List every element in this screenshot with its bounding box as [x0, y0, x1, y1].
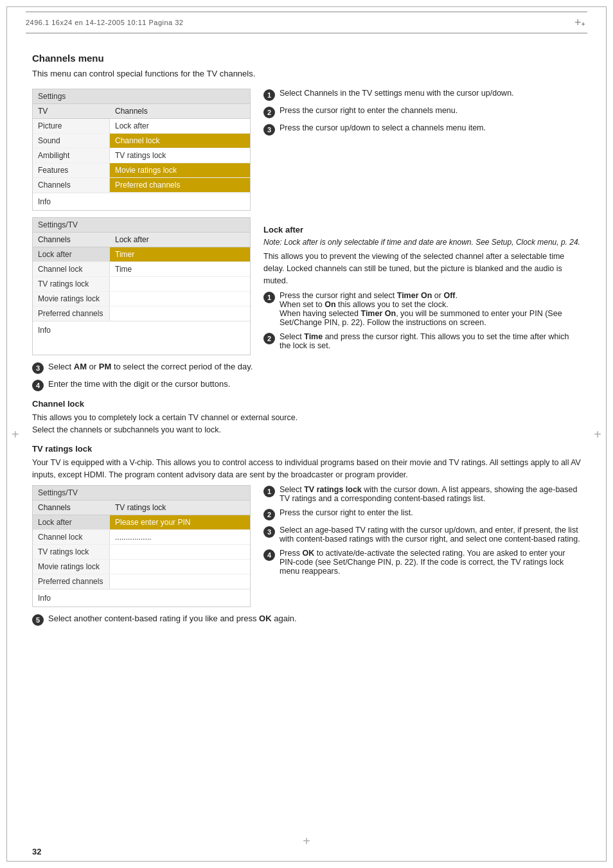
lock-step2: 2 Select Time and press the cursor right… — [263, 332, 581, 350]
intro-text: This menu can control special functions … — [32, 69, 581, 78]
menu3-row-4: Movie ratings lock — [33, 560, 250, 574]
menu2-info: Info — [33, 321, 250, 339]
menu2-header-left: Channels — [38, 235, 115, 244]
menu1-row-1: Picture Lock after — [33, 119, 250, 134]
lock-step4-row: 4 Enter the time with the digit or the c… — [32, 379, 581, 391]
menu3-row-2: Channel lock ................. — [33, 530, 250, 545]
tvr-step5-row: 5 Select another content-based rating if… — [32, 614, 581, 626]
inst1-step1: 1 Select Channels in the TV settings men… — [263, 89, 581, 101]
tvr-step5-text: Select another content-based rating if y… — [48, 614, 297, 623]
lock-step1: 1 Press the cursor right and select Time… — [263, 291, 581, 327]
menu2-row-2: Channel lock Time — [33, 262, 250, 277]
left-crosshair: + — [12, 427, 19, 441]
right-crosshair: + — [594, 427, 601, 441]
tvr-bullet-3: 3 — [263, 526, 275, 538]
instructions-col-1: 1 Select Channels in the TV settings men… — [263, 89, 581, 211]
inst1-step1-text: Select Channels in the TV settings menu … — [280, 89, 514, 98]
tvr-step2-text: Press the cursor right to enter the list… — [280, 508, 413, 517]
lock-bullet-2: 2 — [263, 333, 275, 344]
menu3-row2-right: ................. — [110, 530, 250, 544]
menu3-header: Channels TV ratings lock — [33, 500, 250, 515]
bottom-crosshair: + — [303, 834, 310, 849]
menu2-row-5: Preferred channels — [33, 306, 250, 321]
page-number: 32 — [32, 847, 41, 856]
lock-step1-text: Press the cursor right and select Timer … — [280, 291, 581, 327]
tv-ratings-body: Your TV is equipped with a V-chip. This … — [32, 457, 581, 481]
menu3-row-3: TV ratings lock — [33, 545, 250, 560]
tvr-step1: 1 Select TV ratings lock with the cursor… — [263, 485, 581, 503]
menu1-row-4: Features Movie ratings lock — [33, 163, 250, 178]
lock-after-body: This allows you to prevent the viewing o… — [263, 251, 581, 287]
menu1-row-3: Ambilight TV ratings lock — [33, 148, 250, 163]
menu1-row4-right: Movie ratings lock — [110, 163, 250, 177]
channel-lock-body: This allows you to completely lock a cer… — [32, 412, 581, 436]
tvr-step4: 4 Press OK to activate/de-activate the s… — [263, 549, 581, 576]
menu1-row-2: Sound Channel lock — [33, 134, 250, 148]
inst1-step2-text: Press the cursor right to enter the chan… — [280, 106, 458, 115]
menu3-header-left: Channels — [38, 503, 115, 512]
lock-step4-text: Enter the time with the digit or the cur… — [48, 379, 230, 389]
menu2-header-right: Lock after — [115, 235, 245, 244]
menu2-row2-left: Channel lock — [33, 262, 110, 276]
lock-bullet-4: 4 — [32, 380, 44, 391]
tvr-bullet-2: 2 — [263, 509, 275, 520]
menu2-row2-right: Time — [110, 262, 250, 276]
menu3-row1-left: Lock after — [33, 515, 110, 529]
third-block: Settings/TV Channels TV ratings lock Loc… — [32, 485, 581, 607]
menu2-row5-left: Preferred channels — [33, 306, 110, 321]
tv-ratings-instructions: 1 Select TV ratings lock with the cursor… — [263, 485, 581, 607]
channel-lock-heading: Channel lock — [32, 399, 581, 409]
menu1-header-left: TV — [38, 107, 115, 116]
lock-after-note: Note: Lock after is only selectable if t… — [263, 238, 581, 247]
inst1-step2: 2 Press the cursor right to enter the ch… — [263, 106, 581, 118]
menu2-row1-right: Timer — [110, 247, 250, 261]
menu2-row-3: TV ratings lock — [33, 277, 250, 292]
menu1-info: Info — [33, 193, 250, 210]
second-block: Settings/TV Channels Lock after Lock aft… — [32, 217, 581, 355]
menu3-row5-right — [110, 574, 250, 589]
section-title: Channels menu — [32, 53, 581, 64]
menu1-row5-right: Preferred channels — [110, 178, 250, 192]
menu1-row3-right: TV ratings lock — [110, 148, 250, 163]
lock-step3-text: Select AM or PM to select the correct pe… — [48, 362, 253, 371]
menu1-row2-left: Sound — [33, 134, 110, 148]
main-content: Channels menu This menu can control spec… — [32, 53, 581, 626]
lock-after-instructions: Lock after Note: Lock after is only sele… — [263, 217, 581, 355]
menu1-row2-right: Channel lock — [110, 134, 250, 148]
lock-step3-row: 3 Select AM or PM to select the correct … — [32, 362, 581, 374]
header-bar: 2496.1 16x24 en 14-12-2005 10:11 Pagina … — [26, 12, 587, 33]
menu2-row-1: Lock after Timer — [33, 247, 250, 262]
tvr-step3-text: Select an age-based TV rating with the c… — [280, 526, 581, 544]
menu2-row5-right — [110, 306, 250, 321]
menu1-header: TV Channels — [33, 104, 250, 119]
tvr-step1-text: Select TV ratings lock with the cursor d… — [280, 485, 581, 503]
menu3-info: Info — [33, 589, 250, 607]
inst1-step3: 3 Press the cursor up/down to select a c… — [263, 123, 581, 136]
bullet-1: 1 — [263, 89, 275, 101]
menu2-title: Settings/TV — [33, 218, 250, 233]
menu1-row1-right: Lock after — [110, 119, 250, 133]
bullet-2: 2 — [263, 107, 275, 118]
tvr-step3: 3 Select an age-based TV rating with the… — [263, 526, 581, 544]
tvr-bullet-4: 4 — [263, 549, 275, 561]
menu1-row4-left: Features — [33, 163, 110, 177]
menu3-row1-right: Please enter your PIN — [110, 515, 250, 529]
menu1-title: Settings — [33, 89, 250, 104]
menu2-row4-left: Movie ratings lock — [33, 292, 110, 306]
tvr-step4-text: Press OK to activate/de-activate the sel… — [280, 549, 581, 576]
lock-bullet-1: 1 — [263, 292, 275, 303]
menu-box-3: Settings/TV Channels TV ratings lock Loc… — [32, 485, 251, 607]
menu3-row4-right — [110, 560, 250, 574]
menu-box-1: Settings TV Channels Picture Lock after … — [32, 89, 251, 211]
menu3-row4-left: Movie ratings lock — [33, 560, 110, 574]
inst1-step3-text: Press the cursor up/down to select a cha… — [280, 123, 486, 132]
menu2-row4-right — [110, 292, 250, 306]
tvr-bullet-5: 5 — [32, 614, 44, 626]
menu3-row2-left: Channel lock — [33, 530, 110, 544]
menu2-row3-left: TV ratings lock — [33, 277, 110, 291]
tv-ratings-heading: TV ratings lock — [32, 444, 581, 454]
menu-box-2: Settings/TV Channels Lock after Lock aft… — [32, 217, 251, 355]
tvr-bullet-1: 1 — [263, 486, 275, 497]
menu3-row-1: Lock after Please enter your PIN — [33, 515, 250, 530]
header-text: 2496.1 16x24 en 14-12-2005 10:11 Pagina … — [26, 19, 183, 26]
